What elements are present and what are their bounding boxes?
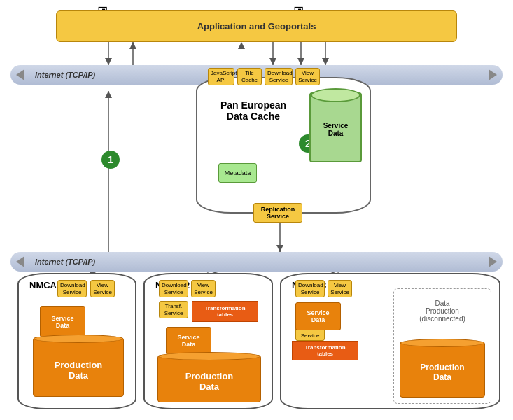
pan-european-title: Pan European Data Cache <box>211 99 295 122</box>
production-data-nmca2: ProductionData <box>157 355 261 402</box>
service-data-nmca1: ServiceData <box>40 306 85 337</box>
view-service-nmca1[interactable]: ViewService <box>90 280 115 298</box>
svg-marker-5 <box>238 42 245 49</box>
tile-cache-btn[interactable]: TileCache <box>237 68 262 85</box>
view-service-nmca3[interactable]: ViewService <box>328 280 352 298</box>
service-data-nmca3: ServiceData <box>295 302 341 330</box>
download-service-btn-pe[interactable]: DownloadService <box>265 68 293 85</box>
production-data-nmca1: ProductionData <box>33 337 124 397</box>
app-bar-label: Application and Geoportals <box>197 21 316 31</box>
download-service-nmca2[interactable]: DownloadService <box>159 280 188 298</box>
internet-arrow-right-top <box>489 69 497 80</box>
circle-1: 1 <box>101 150 120 169</box>
architecture-diagram: 🖥 🖥 Application and Geoportals Internet … <box>0 0 513 420</box>
transf-service-nmca2[interactable]: Transf.Service <box>159 301 188 318</box>
metadata-pe: Metadata <box>218 163 257 183</box>
svg-marker-17 <box>276 245 283 252</box>
nmca3-container: NMCA 3 DownloadService ViewService Trans… <box>280 273 500 410</box>
internet-arrow-right-bottom <box>489 256 497 267</box>
disconnected-box: DataProduction(disconnected) ProductionD… <box>393 288 491 404</box>
disconnected-label: DataProduction(disconnected) <box>394 300 491 323</box>
svg-marker-9 <box>297 58 304 65</box>
view-service-btn-pe[interactable]: ViewService <box>295 68 320 85</box>
internet-label-bottom: Internet (TCP/IP) <box>35 258 95 266</box>
internet-arrow-left-top <box>16 69 24 80</box>
download-service-nmca3[interactable]: DownloadService <box>295 280 325 298</box>
service-data-pe: ServiceData <box>309 92 362 162</box>
svg-marker-13 <box>105 91 112 98</box>
transformation-tables-nmca2: Transformationtables <box>192 301 258 322</box>
pan-european-container: JavaScriptAPI TileCache DownloadService … <box>196 77 371 214</box>
svg-marker-7 <box>269 58 276 65</box>
nmca2-container: NMCA 2 DownloadService ViewService Trans… <box>143 273 273 410</box>
javascript-api-btn[interactable]: JavaScriptAPI <box>208 68 234 85</box>
replication-service: ReplicationService <box>253 203 302 223</box>
internet-arrow-left-bottom <box>16 256 24 267</box>
svg-marker-11 <box>322 58 329 65</box>
transformation-tables-nmca3: Transformationtables <box>292 341 358 360</box>
production-data-nmca3: ProductionData <box>400 342 485 398</box>
download-service-nmca1[interactable]: DownloadService <box>57 280 87 298</box>
nmca1-container: NMCA1 DownloadService ViewService Servic… <box>17 273 136 410</box>
svg-marker-3 <box>129 42 136 49</box>
internet-bar-bottom: Internet (TCP/IP) <box>10 252 503 272</box>
app-bar: Application and Geoportals <box>56 10 457 42</box>
svg-marker-1 <box>105 58 112 65</box>
view-service-nmca2[interactable]: ViewService <box>191 280 216 298</box>
service-data-nmca2: ServiceData <box>166 327 211 355</box>
internet-label-top: Internet (TCP/IP) <box>35 71 95 79</box>
